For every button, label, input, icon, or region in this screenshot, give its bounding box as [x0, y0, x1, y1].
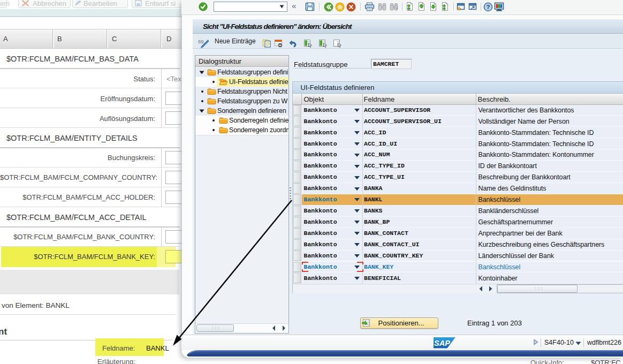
svg-text:?: ? — [486, 4, 490, 10]
svg-text:69: 69 — [198, 39, 204, 44]
svg-text:SAP: SAP — [434, 339, 450, 347]
